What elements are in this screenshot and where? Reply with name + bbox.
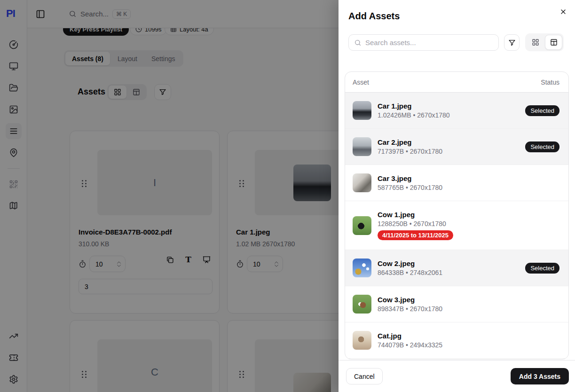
asset-name: Cow 3.jpeg	[378, 296, 442, 304]
panel-view-toggle	[525, 33, 564, 51]
asset-thumbnail	[353, 295, 371, 314]
asset-meta: 864338B • 2748x2061	[378, 269, 442, 276]
asset-meta: 587765B • 2670x1780	[378, 184, 442, 191]
asset-table-row[interactable]: Car 1.jpeg 1.02426MB • 2670x1780 Selecte…	[345, 93, 568, 129]
asset-meta: 1.02426MB • 2670x1780	[378, 111, 450, 119]
cancel-button[interactable]: Cancel	[346, 368, 383, 384]
add-assets-panel: Add Assets Asset Status Car 1.jpeg 1.024…	[339, 0, 575, 392]
asset-table-row[interactable]: Car 2.jpeg 717397B • 2670x1780 Selected	[345, 129, 568, 165]
add-assets-button[interactable]: Add 3 Assets	[511, 368, 569, 384]
asset-table-body: Car 1.jpeg 1.02426MB • 2670x1780 Selecte…	[345, 93, 568, 359]
panel-grid-view-button[interactable]	[527, 35, 544, 50]
panel-filter-button[interactable]	[504, 34, 520, 51]
status-badge: Selected	[525, 141, 559, 152]
asset-table-row[interactable]: Cow 1.jpeg 1288250B • 2670x1780 4/11/202…	[345, 201, 568, 250]
asset-name: Cow 2.jpeg	[378, 259, 442, 267]
table-icon	[550, 39, 558, 46]
status-badge: Selected	[525, 263, 559, 274]
asset-name: Car 3.jpeg	[378, 174, 442, 182]
asset-thumbnail	[353, 137, 371, 156]
asset-name: Car 1.jpeg	[378, 102, 450, 110]
asset-table-row[interactable]: Cow 2.jpeg 864338B • 2748x2061 Selected	[345, 250, 568, 286]
date-range-badge: 4/11/2025 to 13/11/2025	[378, 230, 453, 240]
asset-name: Cow 1.jpeg	[378, 211, 453, 219]
asset-search-input[interactable]	[365, 39, 493, 47]
asset-thumbnail	[353, 101, 371, 120]
asset-name: Cat.jpg	[378, 332, 442, 340]
search-icon	[354, 39, 362, 47]
layout-grid-icon	[532, 39, 539, 46]
asset-name: Car 2.jpeg	[378, 138, 442, 146]
asset-thumbnail	[353, 173, 371, 192]
panel-table-view-button[interactable]	[545, 35, 562, 50]
asset-thumbnail	[353, 331, 371, 350]
column-asset: Asset	[353, 78, 369, 86]
column-status: Status	[541, 78, 559, 86]
close-icon[interactable]	[558, 6, 569, 17]
asset-thumbnail	[353, 259, 371, 277]
status-badge: Selected	[525, 105, 559, 116]
asset-meta: 744079B • 2494x3325	[378, 341, 442, 349]
asset-table-row[interactable]: Cow 3.jpeg 898347B • 2670x1780	[345, 286, 568, 322]
asset-table-header: Asset Status	[345, 72, 568, 93]
asset-meta: 717397B • 2670x1780	[378, 148, 442, 155]
asset-table-row[interactable]: Cat.jpg 744079B • 2494x3325	[345, 322, 568, 359]
asset-meta: 898347B • 2670x1780	[378, 305, 442, 313]
asset-table-row[interactable]: Car 3.jpeg 587765B • 2670x1780	[345, 165, 568, 201]
filter-icon	[508, 39, 516, 47]
asset-search-field[interactable]	[348, 34, 499, 51]
asset-table: Asset Status Car 1.jpeg 1.02426MB • 2670…	[345, 71, 569, 360]
panel-title: Add Assets	[348, 11, 400, 22]
panel-footer: Cancel Add 3 Assets	[339, 360, 575, 392]
asset-meta: 1288250B • 2670x1780	[378, 220, 453, 227]
asset-thumbnail	[353, 216, 371, 235]
